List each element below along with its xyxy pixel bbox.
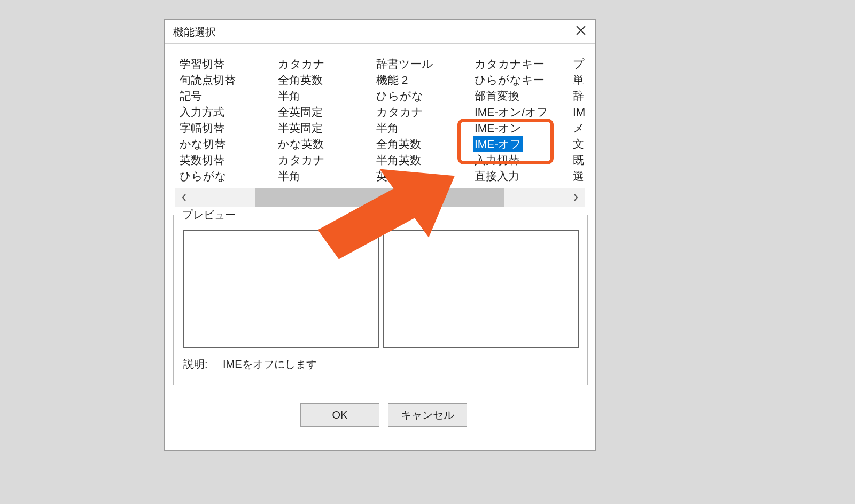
function-item[interactable]: 字幅切替 [178, 120, 226, 136]
function-item[interactable]: 全角英数 [277, 72, 324, 88]
preview-pane-right [383, 230, 579, 348]
function-item[interactable]: ひらがなキー [473, 72, 546, 88]
scroll-left-button[interactable] [175, 188, 193, 207]
function-item[interactable]: 辞 [572, 88, 585, 104]
function-item[interactable]: 半角 [277, 88, 301, 104]
preview-legend: プレビュー [179, 208, 239, 222]
function-item[interactable]: 単 [572, 72, 585, 88]
horizontal-scrollbar[interactable] [175, 188, 585, 207]
description-label: 説明: [183, 357, 208, 372]
function-item[interactable]: 全英固定 [277, 104, 324, 120]
preview-group: プレビュー 説明: IMEをオフにします [173, 215, 588, 385]
cancel-button[interactable]: キャンセル [388, 403, 467, 427]
function-item[interactable]: 記号 [178, 88, 203, 104]
function-item[interactable]: 入力切替 [473, 152, 520, 168]
function-item[interactable]: カタカナ [277, 152, 326, 168]
cancel-button-label: キャンセル [401, 408, 454, 422]
function-item[interactable]: カタカナ [375, 104, 424, 120]
function-item[interactable]: 半角英数 [375, 152, 422, 168]
function-item[interactable]: 全角英数 [375, 136, 422, 152]
close-button[interactable] [566, 20, 595, 43]
function-item[interactable]: かな切替 [178, 136, 227, 152]
function-listbox[interactable]: 学習切替句読点切替記号入力方式字幅切替かな切替英数切替ひらがなカタカナ全角英数半… [175, 53, 585, 207]
function-item[interactable]: 英数 [375, 168, 400, 184]
function-item[interactable]: 機能 2 [375, 72, 409, 88]
function-item[interactable]: 学習切替 [178, 56, 226, 72]
function-item[interactable]: メ: [572, 120, 585, 136]
function-item[interactable]: ひらがな [375, 88, 424, 104]
function-item[interactable]: 半角 [277, 168, 301, 184]
dialog-title: 機能選択 [173, 25, 216, 40]
function-item[interactable]: 部首変換 [473, 88, 520, 104]
titlebar: 機能選択 [165, 20, 595, 44]
function-item[interactable]: IM [572, 104, 585, 120]
ok-button-label: OK [332, 409, 348, 421]
function-item[interactable]: 辞書ツール [375, 56, 434, 72]
function-item[interactable]: ひらがな [178, 168, 228, 184]
function-item[interactable]: IME-オン [473, 120, 523, 136]
function-list-content: 学習切替句読点切替記号入力方式字幅切替かな切替英数切替ひらがなカタカナ全角英数半… [175, 53, 585, 188]
function-item[interactable]: 英数切替 [178, 152, 226, 168]
preview-pane-left [183, 230, 379, 348]
chevron-right-icon [573, 191, 578, 204]
ok-button[interactable]: OK [300, 403, 379, 427]
function-item[interactable]: 文 [572, 136, 585, 152]
chevron-left-icon [182, 191, 187, 204]
function-item[interactable]: 半英固定 [277, 120, 324, 136]
function-item[interactable]: カタカナキー [473, 56, 546, 72]
function-item[interactable]: 句読点切替 [178, 72, 237, 88]
function-item[interactable]: IME-オフ [473, 136, 523, 152]
function-select-dialog: 機能選択 学習切替句読点切替記号入力方式字幅切替かな切替英数切替ひらがなカタカナ… [164, 19, 596, 451]
scroll-right-button[interactable] [566, 188, 585, 207]
function-item[interactable]: かな英数 [277, 136, 325, 152]
close-icon [576, 25, 586, 38]
function-item[interactable]: IME-オン/オフ [473, 104, 549, 120]
function-item[interactable]: 選 [572, 168, 585, 184]
function-item[interactable]: 既 [572, 152, 585, 168]
function-item[interactable]: 半角 [375, 120, 400, 136]
function-item[interactable]: 入力方式 [178, 104, 226, 120]
function-item[interactable]: プ [572, 56, 585, 72]
description-text: IMEをオフにします [223, 357, 317, 372]
scrollbar-thumb[interactable] [255, 188, 504, 207]
function-item[interactable]: 直接入力 [473, 168, 520, 184]
function-item[interactable]: カタカナ [277, 56, 326, 72]
